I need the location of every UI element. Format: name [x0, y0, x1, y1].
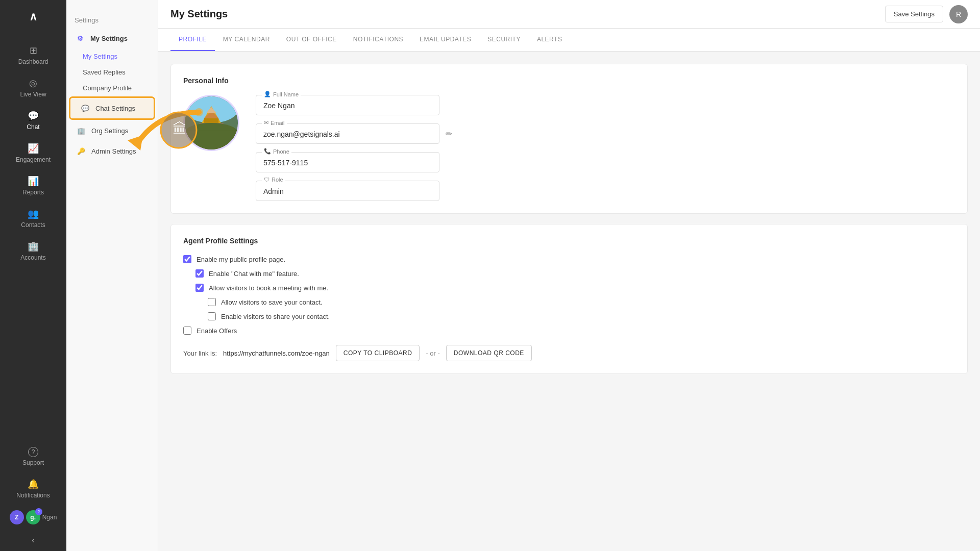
copy-to-clipboard-button[interactable]: COPY TO CLIPBOARD [336, 345, 420, 361]
live-view-icon: ◎ [29, 78, 37, 89]
email-label: ✉ Email [262, 119, 287, 126]
checkbox-section: Enable my public profile page. Enable "C… [183, 255, 955, 335]
sidebar-item-label: Dashboard [18, 58, 48, 65]
sidebar-item-label: Contacts [21, 221, 45, 229]
full-name-input[interactable] [256, 95, 439, 115]
share-contact-checkbox[interactable] [208, 312, 216, 320]
email-icon: ✉ [264, 119, 268, 126]
personal-info-layout: 👤 Full Name ✉ Email ✏ [183, 95, 955, 201]
secondary-nav-admin-settings[interactable]: 🔑 Admin Settings [66, 141, 158, 161]
sub-item-company-profile[interactable]: Company Profile [66, 80, 158, 96]
sidebar-item-chat[interactable]: 💬 Chat [0, 104, 66, 137]
chat-icon: 💬 [28, 110, 39, 121]
user-name: Ngan [42, 514, 57, 521]
secondary-nav-chat-settings[interactable]: 💬 Chat Settings [70, 98, 154, 118]
role-field-group: 🛡 Role [256, 181, 955, 201]
enable-offers-checkbox[interactable] [183, 327, 191, 335]
tab-email-updates[interactable]: EMAIL UPDATES [411, 29, 479, 51]
user-profile-nav[interactable]: Z g. 2 Ngan [0, 505, 66, 530]
nav-bottom: ? Support 🔔 Notifications Z g. 2 Ngan ‹ [0, 441, 66, 551]
agent-profile-title: Agent Profile Settings [183, 237, 955, 245]
save-contact-label: Allow visitors to save your contact. [221, 298, 323, 306]
checkbox-share-contact: Enable visitors to share your contact. [208, 312, 955, 320]
profile-avatar[interactable] [183, 95, 239, 151]
sidebar-item-dashboard[interactable]: ⊞ Dashboard [0, 39, 66, 71]
contacts-icon: 👥 [28, 208, 39, 219]
user-avatar-button[interactable]: R [949, 5, 968, 23]
reports-icon: 📊 [28, 176, 39, 187]
secondary-nav-my-settings[interactable]: ⚙ My Settings [66, 28, 158, 48]
secondary-nav-label: Org Settings [91, 127, 128, 135]
app-logo: ∧ [24, 5, 42, 29]
settings-header: Settings [66, 8, 158, 28]
engagement-icon: 📈 [28, 143, 39, 154]
role-input[interactable] [256, 181, 439, 201]
checkbox-save-contact: Allow visitors to save your contact. [208, 298, 955, 306]
secondary-nav-org-settings[interactable]: 🏢 Org Settings [66, 120, 158, 141]
secondary-nav: Settings ⚙ My Settings My Settings Saved… [66, 0, 158, 551]
save-contact-checkbox[interactable] [208, 298, 216, 306]
my-settings-icon: ⚙ [75, 33, 85, 43]
top-bar: My Settings Save Settings R [158, 0, 980, 29]
tab-notifications[interactable]: NOTIFICATIONS [345, 29, 411, 51]
collapse-icon: ‹ [32, 536, 34, 545]
sidebar-item-label: Support [22, 459, 44, 466]
sidebar-item-label: Reports [22, 189, 44, 196]
content-area: Personal Info [158, 52, 980, 551]
sidebar-item-label: Live View [20, 91, 46, 98]
book-meeting-checkbox[interactable] [195, 284, 204, 292]
tab-security[interactable]: SECURITY [479, 29, 529, 51]
tab-my-calendar[interactable]: MY CALENDAR [215, 29, 278, 51]
tab-profile[interactable]: PROFILE [170, 29, 215, 51]
main-content: My Settings Save Settings R PROFILE MY C… [158, 0, 980, 551]
checkbox-book-meeting: Allow visitors to book a meeting with me… [195, 284, 955, 292]
or-separator: - or - [426, 349, 439, 357]
profile-link[interactable]: https://mychatfunnels.com/zoe-ngan [223, 349, 330, 357]
download-qr-code-button[interactable]: DOWNLOAD QR CODE [446, 345, 532, 361]
sub-item-my-settings[interactable]: My Settings [66, 48, 158, 64]
book-meeting-label: Allow visitors to book a meeting with me… [209, 284, 328, 292]
sidebar-item-label: Accounts [20, 254, 45, 261]
person-icon: 👤 [264, 91, 271, 97]
checkbox-public-profile: Enable my public profile page. [183, 255, 955, 263]
enable-offers-label: Enable Offers [197, 327, 237, 335]
role-label: 🛡 Role [262, 177, 285, 183]
sidebar-item-accounts[interactable]: 🏢 Accounts [0, 235, 66, 267]
sidebar-item-live-view[interactable]: ◎ Live View [0, 71, 66, 104]
public-profile-label: Enable my public profile page. [197, 256, 285, 263]
left-nav: ∧ ⊞ Dashboard ◎ Live View 💬 Chat 📈 Engag… [0, 0, 66, 551]
tab-alerts[interactable]: ALERTS [529, 29, 570, 51]
collapse-nav-btn[interactable]: ‹ [0, 530, 66, 551]
dashboard-icon: ⊞ [30, 45, 37, 56]
avatar-section [183, 95, 239, 151]
phone-field-group: 📞 Phone [256, 152, 955, 172]
personal-info-card: Personal Info [170, 64, 968, 214]
tab-out-of-office[interactable]: OUT OF OFFICE [278, 29, 345, 51]
sidebar-item-support[interactable]: ? Support [0, 441, 66, 472]
share-contact-label: Enable visitors to share your contact. [221, 313, 330, 320]
chat-with-me-checkbox[interactable] [195, 269, 204, 278]
secondary-nav-label: Chat Settings [95, 105, 135, 112]
link-row: Your link is: https://mychatfunnels.com/… [183, 345, 955, 361]
phone-input[interactable] [256, 152, 439, 172]
public-profile-checkbox[interactable] [183, 255, 191, 263]
sidebar-item-contacts[interactable]: 👥 Contacts [0, 202, 66, 235]
support-icon: ? [28, 447, 38, 457]
sidebar-item-label: Notifications [16, 492, 50, 499]
admin-settings-icon: 🔑 [76, 146, 86, 156]
edit-email-button[interactable]: ✏ [444, 127, 454, 141]
sidebar-item-engagement[interactable]: 📈 Engagement [0, 137, 66, 169]
sub-item-saved-replies[interactable]: Saved Replies [66, 64, 158, 80]
phone-icon: 📞 [264, 148, 271, 155]
chat-with-me-label: Enable "Chat with me" feature. [209, 270, 299, 278]
full-name-field-group: 👤 Full Name [256, 95, 955, 115]
tabs-bar: PROFILE MY CALENDAR OUT OF OFFICE NOTIFI… [158, 29, 980, 52]
email-field-group: ✉ Email ✏ [256, 123, 955, 144]
sidebar-item-reports[interactable]: 📊 Reports [0, 169, 66, 202]
accounts-icon: 🏢 [28, 241, 39, 252]
sidebar-item-notifications[interactable]: 🔔 Notifications [0, 472, 66, 505]
role-icon: 🛡 [264, 177, 270, 183]
email-input[interactable] [256, 123, 439, 144]
save-settings-button[interactable]: Save Settings [885, 6, 943, 22]
form-fields: 👤 Full Name ✉ Email ✏ [256, 95, 955, 201]
